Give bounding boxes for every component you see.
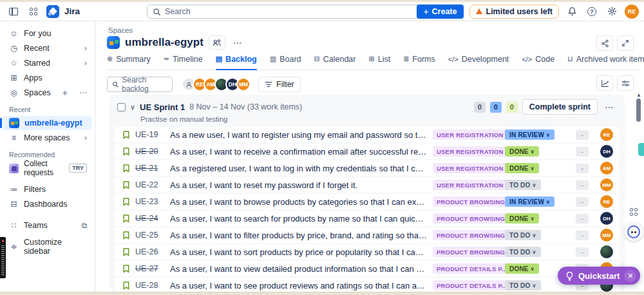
limited-users-button[interactable]: Limited users left [469, 5, 560, 19]
sidebar-item-filters[interactable]: ≔ Filters [3, 182, 92, 196]
sidebar-item-recent[interactable]: ◷ Recent › [3, 41, 92, 55]
sidebar-item-teams[interactable]: ∷ Teams ⧉ [3, 218, 92, 233]
assignee-avatar[interactable]: MM [600, 178, 613, 191]
share-icon[interactable] [596, 35, 613, 51]
issue-summary[interactable]: As a user, I want to filter products by … [170, 231, 428, 240]
assignee-avatar[interactable]: MM [236, 77, 251, 91]
estimate-badge[interactable]: - [576, 231, 589, 240]
backlog-row[interactable]: UE-26 As a user, I want to sort products… [115, 244, 620, 260]
status-dropdown[interactable]: DONE ∨ [505, 213, 539, 224]
issue-summary[interactable]: As a registered user, I want to log in w… [170, 164, 428, 173]
issue-label-pill[interactable]: USER REGISTRATION ... [433, 146, 515, 157]
chevron-down-icon[interactable]: ∨ [130, 103, 135, 111]
assignee-avatar[interactable]: DH [600, 212, 613, 225]
tab-forms[interactable]: ≣Forms [403, 53, 435, 70]
assistant-fab-icon[interactable] [625, 223, 643, 241]
tab-calendar[interactable]: ⊟Calendar [314, 53, 356, 70]
insights-chart-icon[interactable] [596, 75, 613, 91]
tab-development[interactable]: </>Development [448, 53, 509, 70]
status-dropdown[interactable]: DONE ∨ [505, 263, 539, 274]
status-dropdown[interactable]: TO DO ∨ [505, 180, 541, 190]
backlog-row[interactable]: UE-19 As a new user, I want to register … [115, 127, 620, 142]
tab-board[interactable]: ▥Board [270, 53, 301, 70]
issue-label-pill[interactable]: PRODUCT DETAILS P... [433, 280, 511, 290]
assignee-avatar[interactable] [600, 245, 613, 258]
edge-widget-clipped[interactable] [638, 143, 644, 156]
spaces-more-icon[interactable]: ⋯ [79, 88, 87, 97]
tab-code[interactable]: </>Code [522, 53, 554, 70]
tab-list[interactable]: ⊞List [368, 53, 390, 70]
notifications-bell-icon[interactable] [565, 5, 579, 19]
quickstart-button[interactable]: Quickstart ✕ [558, 267, 640, 285]
sidebar-item-dashboards[interactable]: ⊟ Dashboards [3, 197, 92, 211]
status-dropdown[interactable]: TO DO ∨ [505, 280, 541, 290]
backlog-row[interactable]: UE-21 As a registered user, I want to lo… [115, 160, 620, 176]
app-switcher-icon[interactable] [26, 5, 41, 19]
status-dropdown[interactable]: DONE ∨ [505, 146, 539, 157]
status-dropdown[interactable]: IN REVIEW ∨ [505, 129, 554, 140]
sidebar-item-umbrella-egypt[interactable]: umbrella-egypt [3, 116, 92, 130]
project-members-icon[interactable] [209, 35, 225, 50]
estimate-badge[interactable]: - [576, 130, 589, 140]
sidebar-item-more-spaces[interactable]: ≡ More spaces › [3, 131, 92, 145]
quickstart-close-icon[interactable]: ✕ [624, 270, 636, 282]
estimate-badge[interactable]: - [576, 214, 589, 224]
backlog-row[interactable]: UE-28 As a user, I want to see product r… [115, 278, 620, 292]
issue-key[interactable]: UE-25 [135, 231, 165, 240]
backlog-row[interactable]: UE-20 As a user, I want to receive a con… [115, 144, 620, 159]
assignee-avatar[interactable]: AM [600, 162, 613, 175]
status-dropdown[interactable]: DONE ∨ [505, 163, 539, 173]
issue-key[interactable]: UE-22 [135, 180, 165, 189]
help-icon[interactable]: ? [585, 5, 599, 19]
scrollbar-thumb[interactable] [636, 99, 641, 122]
issue-key[interactable]: UE-20 [135, 147, 165, 156]
apps-float-icon[interactable] [630, 208, 638, 216]
issue-label-pill[interactable]: PRODUCT BROWSING... [433, 213, 515, 224]
issue-label-pill[interactable]: USER REGISTRATION ... [433, 180, 515, 190]
estimate-badge[interactable]: - [576, 164, 589, 173]
issue-summary[interactable]: As a user, I want to see product reviews… [170, 281, 428, 290]
sidebar-item-spaces[interactable]: ◎ Spaces + ⋯ [3, 86, 92, 100]
status-dropdown[interactable]: TO DO ∨ [505, 230, 541, 240]
assignee-avatar[interactable]: DH [600, 145, 613, 158]
status-dropdown[interactable]: TO DO ∨ [505, 247, 541, 257]
issue-key[interactable]: UE-28 [135, 281, 165, 290]
issue-summary[interactable]: As a user, I want to browse products by … [170, 197, 428, 207]
user-avatar[interactable]: RE [625, 5, 639, 19]
backlog-row[interactable]: UE-27 As a user, I want to view detailed… [115, 261, 620, 276]
sidebar-item-customize[interactable]: ≑ Customize sidebar [3, 240, 92, 254]
jira-logo[interactable]: Jira [46, 5, 80, 19]
create-button[interactable]: + Create [417, 5, 463, 19]
issue-key[interactable]: UE-19 [135, 130, 165, 139]
issue-key[interactable]: UE-27 [135, 264, 165, 273]
breadcrumb[interactable]: Spaces [108, 26, 133, 34]
add-space-icon[interactable]: + [62, 88, 68, 98]
estimate-badge[interactable]: - [576, 247, 589, 257]
issue-label-pill[interactable]: PRODUCT BROWSING... [433, 196, 515, 207]
sidebar-item-collect-requests[interactable]: Collect requests TRY [3, 161, 92, 175]
issue-key[interactable]: UE-23 [135, 197, 165, 206]
estimate-badge[interactable]: - [576, 147, 589, 157]
backlog-row[interactable]: UE-22 As a user, I want to reset my pass… [115, 177, 620, 193]
assignee-avatar[interactable]: RE [600, 195, 613, 208]
filter-button[interactable]: Filter [258, 77, 301, 92]
global-search-input[interactable]: Search [147, 5, 455, 19]
backlog-search-input[interactable]: Search backlog [107, 77, 173, 92]
issue-label-pill[interactable]: PRODUCT BROWSING... [433, 230, 515, 240]
issue-label-pill[interactable]: PRODUCT DETAILS P... [433, 263, 511, 274]
sprint-title[interactable]: UE Sprint 1 [140, 102, 185, 112]
issue-summary[interactable]: As a user, I want to reset my password i… [170, 180, 428, 190]
assignee-avatar[interactable]: RE [600, 128, 613, 141]
backlog-row[interactable]: UE-24 As a user, I want to search for pr… [115, 211, 620, 226]
estimate-badge[interactable]: - [576, 197, 589, 207]
sidebar-item-starred[interactable]: ☆ Starred › [3, 56, 92, 70]
project-more-icon[interactable]: ⋯ [231, 37, 245, 48]
assignee-avatar[interactable]: MM [600, 229, 613, 242]
sprint-more-icon[interactable]: ⋯ [602, 102, 617, 112]
sprint-checkbox[interactable] [117, 103, 126, 111]
collapse-sidebar-icon[interactable] [6, 5, 21, 19]
complete-sprint-button[interactable]: Complete sprint [522, 99, 598, 115]
tab-timeline[interactable]: ≂Timeline [164, 53, 203, 70]
sidebar-item-for-you[interactable]: ☺ For you [3, 26, 92, 41]
issue-summary[interactable]: As a user, I want to view detailed produ… [170, 264, 428, 274]
